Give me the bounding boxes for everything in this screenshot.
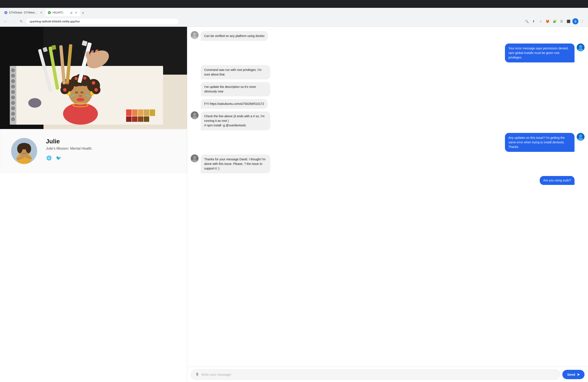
twitter-icon[interactable]: 🐦 xyxy=(55,155,62,161)
svg-point-88 xyxy=(193,156,196,159)
browser-address-bar: ← → ↻ 🔍 ⬆ ☆ 🦊 🧩 ☰ ⬛ S ⋮ xyxy=(0,16,588,26)
svg-rect-41 xyxy=(138,109,143,116)
social-icons: 🌐 🐦 xyxy=(46,155,176,161)
message-avatar xyxy=(191,31,199,39)
svg-rect-51 xyxy=(51,45,56,50)
message-bubble: I've update the description so it's more… xyxy=(201,82,270,96)
message-avatar-me xyxy=(577,133,585,141)
svg-point-79 xyxy=(579,45,582,48)
svg-point-5 xyxy=(11,68,15,72)
chat-input-area: 🎙 Write your message! Send ➤ xyxy=(187,366,588,382)
svg-point-8 xyxy=(11,85,15,88)
message-row: Command was run with root privileges. I'… xyxy=(191,65,585,79)
website-icon[interactable]: 🌐 xyxy=(46,155,52,161)
svg-point-28 xyxy=(79,95,82,97)
svg-rect-44 xyxy=(126,116,132,122)
tab-heart[interactable]: ♥ HE(ART) 🔊 ✕ xyxy=(45,9,80,16)
extension3-icon[interactable]: ☰ xyxy=(558,18,565,24)
bookmark-icon[interactable]: ☆ xyxy=(538,18,544,24)
main-layout: MICR xyxy=(0,27,588,382)
menu-button[interactable]: ⋮ xyxy=(579,18,585,24)
heart-favicon: ♥ xyxy=(48,11,51,14)
browser-tabs: Ξ ETHGlobal - ETHNewYork 202... ✕ ♥ HE(A… xyxy=(0,8,588,16)
mic-icon[interactable]: 🎙 xyxy=(195,372,199,377)
message-bubble: Thanks for your message David. I thought… xyxy=(201,154,270,173)
extension1-icon[interactable]: 🦊 xyxy=(545,18,551,24)
svg-point-37 xyxy=(63,88,66,92)
message-bubble: Command was run with root privileges. I'… xyxy=(201,65,270,79)
message-bubble-me: Your error message says permission denie… xyxy=(505,43,574,63)
author-name: Julie xyxy=(46,138,176,145)
svg-point-71 xyxy=(21,149,23,151)
svg-point-72 xyxy=(26,149,27,151)
message-input-box[interactable]: 🎙 Write your message! xyxy=(191,369,560,380)
message-row: Check the line above (it ends with a # s… xyxy=(191,111,585,130)
share-icon[interactable]: ⬆ xyxy=(531,18,537,24)
browser-top-bar xyxy=(0,0,588,8)
svg-point-14 xyxy=(11,117,15,121)
message-row: Are you using sudo? xyxy=(191,176,585,185)
svg-point-25 xyxy=(83,77,86,80)
send-arrow-icon: ➤ xyxy=(577,372,580,377)
artwork-image: MICR xyxy=(0,27,187,129)
forward-button[interactable]: → xyxy=(10,18,17,24)
svg-rect-26 xyxy=(75,92,78,93)
svg-point-12 xyxy=(11,106,15,110)
svg-rect-42 xyxy=(144,109,149,116)
svg-rect-43 xyxy=(150,109,155,116)
browser-chrome: Ξ ETHGlobal - ETHNewYork 202... ✕ ♥ HE(A… xyxy=(0,0,588,27)
message-bubble: FYI https://askubuntu.com/a/700266/51017… xyxy=(201,99,268,109)
address-input[interactable] xyxy=(26,19,178,24)
svg-rect-40 xyxy=(132,109,137,116)
author-avatar xyxy=(11,138,37,164)
message-row: Can be verified on any platform using do… xyxy=(191,31,585,41)
svg-rect-46 xyxy=(138,116,143,122)
search-icon[interactable]: 🔍 xyxy=(524,18,530,24)
svg-point-24 xyxy=(75,77,78,80)
chat-panel: Can be verified on any platform using do… xyxy=(187,27,588,382)
svg-point-85 xyxy=(579,134,582,137)
extension2-icon[interactable]: 🧩 xyxy=(551,18,558,24)
back-button[interactable]: ← xyxy=(3,18,9,24)
svg-point-76 xyxy=(193,33,196,36)
tab-ethglobal[interactable]: Ξ ETHGlobal - ETHNewYork 202... ✕ xyxy=(2,9,45,16)
message-avatar xyxy=(191,154,199,162)
message-bubble-me-partial: Are you using sudo? xyxy=(540,176,574,185)
svg-point-82 xyxy=(193,113,196,116)
message-avatar-me xyxy=(577,43,585,51)
cast-icon[interactable]: ⬛ xyxy=(565,18,571,24)
svg-point-70 xyxy=(26,145,31,153)
tab-heart-close[interactable]: ✕ xyxy=(75,11,77,14)
profile-button[interactable]: S xyxy=(572,18,578,24)
message-row: I've update the description so it's more… xyxy=(191,82,585,96)
send-button[interactable]: Send ➤ xyxy=(562,370,585,379)
message-bubble: Can be verified on any platform using do… xyxy=(201,31,268,41)
ethglobal-favicon: Ξ xyxy=(4,11,7,14)
message-row: Your error message says permission denie… xyxy=(191,43,585,63)
message-row: FYI https://askubuntu.com/a/700266/51017… xyxy=(191,99,585,109)
message-row: Thanks for your message David. I thought… xyxy=(191,154,585,173)
message-avatar xyxy=(191,111,199,119)
tab-audio-icon: 🔊 xyxy=(70,11,73,14)
browser-toolbar: 🔍 ⬆ ☆ 🦊 🧩 ☰ ⬛ S ⋮ xyxy=(524,18,585,24)
svg-point-15 xyxy=(63,103,98,125)
svg-point-13 xyxy=(11,112,15,115)
svg-rect-45 xyxy=(132,116,137,122)
svg-point-29 xyxy=(77,98,84,101)
message-row: Any updates on this issue? I'm getting t… xyxy=(191,133,585,152)
svg-point-69 xyxy=(17,145,22,153)
svg-rect-39 xyxy=(126,109,132,116)
tab-ethglobal-title: ETHGlobal - ETHNewYork 202... xyxy=(9,11,38,14)
svg-point-10 xyxy=(11,96,15,99)
svg-point-9 xyxy=(11,90,15,94)
author-section: Julie Julie's Mission: Mental Health. 🌐 … xyxy=(0,129,187,173)
tab-heart-title: HE(ART) xyxy=(53,11,68,14)
send-label: Send xyxy=(567,373,575,376)
author-mission: Julie's Mission: Mental Health. xyxy=(46,147,176,150)
tab-ethglobal-close[interactable]: ✕ xyxy=(40,11,43,14)
reload-button[interactable]: ↻ xyxy=(18,18,24,24)
svg-point-23 xyxy=(92,81,95,85)
svg-rect-27 xyxy=(81,92,84,93)
new-tab-button[interactable]: + xyxy=(80,10,86,16)
author-info: Julie Julie's Mission: Mental Health. 🌐 … xyxy=(46,138,176,161)
